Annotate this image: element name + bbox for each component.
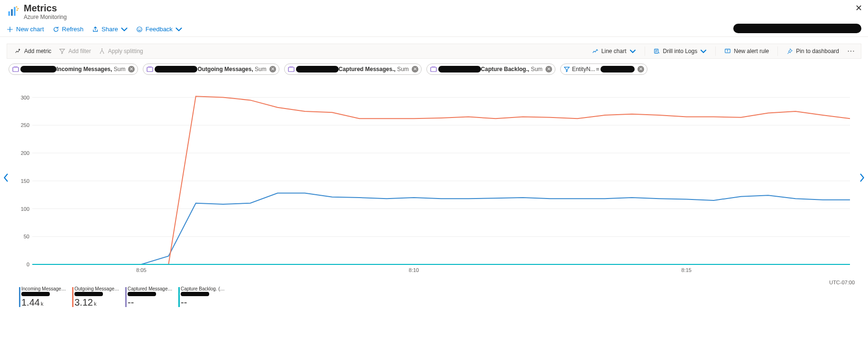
chart-area: 0501001502002503008:058:108:15 UTC-07:00 — [0, 79, 868, 282]
redacted-region — [296, 66, 339, 72]
svg-point-5 — [17, 9, 18, 11]
svg-rect-16 — [147, 67, 153, 72]
legend-series-name: Incoming Messages (Sum) — [21, 286, 67, 291]
new-chart-label: New chart — [16, 26, 44, 33]
svg-text:8:15: 8:15 — [681, 267, 691, 273]
pin-to-dashboard-label: Pin to dashboard — [796, 48, 839, 54]
pin-to-dashboard-button[interactable]: Pin to dashboard — [782, 46, 844, 56]
refresh-button[interactable]: Refresh — [53, 26, 84, 33]
pin-icon — [786, 48, 793, 54]
filter-chip[interactable]: EntityN...=✕ — [560, 63, 647, 75]
filter-equals: = — [596, 66, 600, 72]
plus-icon — [7, 26, 13, 33]
metric-chip[interactable]: Incoming Messages, Sum✕ — [9, 63, 138, 75]
refresh-icon — [53, 26, 59, 33]
remove-chip-button[interactable]: ✕ — [545, 66, 552, 72]
apply-splitting-button[interactable]: Apply splitting — [95, 46, 147, 56]
metric-name: Captured Messages., — [339, 66, 396, 72]
metric-chips: Incoming Messages, Sum✕Outgoing Messages… — [0, 59, 868, 75]
remove-chip-button[interactable]: ✕ — [637, 66, 644, 72]
metrics-icon — [7, 5, 20, 18]
metric-chip[interactable]: Capture Backlog., Sum✕ — [426, 63, 555, 75]
redacted-region — [21, 292, 50, 296]
svg-text:300: 300 — [21, 95, 29, 100]
metric-aggregation: Sum — [529, 66, 543, 72]
split-icon — [99, 48, 105, 54]
legend-item[interactable]: Outgoing Messages (Sum)3.12k — [72, 286, 120, 308]
legend-item[interactable]: Incoming Messages (Sum)1.44k — [19, 286, 67, 308]
metric-aggregation: Sum — [253, 66, 267, 72]
command-bar: New chart Refresh Share Feedback — [0, 23, 868, 37]
new-chart-button[interactable]: New chart — [7, 26, 44, 33]
resource-icon — [146, 65, 154, 73]
metric-chip[interactable]: Outgoing Messages, Sum✕ — [143, 63, 279, 75]
metric-aggregation: Sum — [112, 66, 125, 72]
svg-rect-20 — [431, 67, 436, 72]
svg-point-6 — [137, 27, 142, 32]
smiley-icon — [136, 26, 143, 33]
svg-point-3 — [16, 6, 18, 8]
resource-icon — [430, 65, 437, 73]
metric-name: Capture Backlog., — [481, 66, 529, 72]
chevron-down-icon — [700, 48, 707, 54]
chevron-down-icon — [121, 26, 128, 33]
chart-next-button[interactable] — [857, 171, 867, 187]
metric-name: Incoming Messages, — [56, 66, 112, 72]
svg-point-9 — [100, 53, 101, 54]
apply-splitting-label: Apply splitting — [108, 48, 143, 54]
add-metric-button[interactable]: Add metric — [11, 46, 55, 56]
chart-type-button[interactable]: Line chart — [587, 46, 641, 56]
drill-into-logs-button[interactable]: Drill into Logs — [649, 46, 712, 56]
svg-text:250: 250 — [21, 122, 29, 128]
share-label: Share — [102, 26, 118, 33]
legend-item[interactable]: Captured Messages. (...-- — [125, 286, 174, 308]
add-filter-button[interactable]: Add filter — [55, 46, 94, 56]
legend-series-name: Captured Messages. (... — [128, 286, 174, 291]
share-icon — [92, 26, 99, 33]
chevron-down-icon — [175, 26, 182, 33]
page-title: Metrics — [24, 3, 67, 13]
chart-prev-button[interactable] — [1, 171, 11, 187]
alert-icon — [724, 48, 731, 54]
feedback-button[interactable]: Feedback — [136, 26, 182, 33]
more-menu-button[interactable]: ··· — [846, 48, 857, 54]
legend-series-name: Capture Backlog. (Sum) — [181, 286, 227, 291]
drill-into-logs-label: Drill into Logs — [663, 48, 698, 54]
share-button[interactable]: Share — [92, 26, 128, 33]
refresh-label: Refresh — [62, 26, 84, 33]
new-alert-rule-label: New alert rule — [734, 48, 769, 54]
page-header: Metrics Azure Monitoring ✕ — [0, 0, 868, 23]
remove-chip-button[interactable]: ✕ — [412, 66, 418, 72]
svg-text:150: 150 — [21, 178, 29, 184]
svg-point-4 — [18, 8, 19, 9]
chart-legend: Incoming Messages (Sum)1.44kOutgoing Mes… — [0, 286, 868, 308]
svg-text:8:10: 8:10 — [409, 267, 419, 273]
legend-value: -- — [181, 297, 227, 308]
redacted-region — [128, 292, 156, 296]
redacted-region — [438, 66, 481, 72]
remove-chip-button[interactable]: ✕ — [269, 66, 276, 72]
line-chart-icon — [592, 48, 599, 54]
add-metric-icon — [15, 48, 21, 54]
svg-point-7 — [138, 28, 139, 28]
svg-rect-14 — [13, 67, 18, 72]
new-alert-rule-button[interactable]: New alert rule — [720, 46, 774, 56]
svg-text:100: 100 — [21, 206, 29, 212]
svg-rect-17 — [148, 66, 152, 68]
chart-type-label: Line chart — [601, 48, 627, 54]
close-button[interactable]: ✕ — [855, 4, 862, 12]
chevron-down-icon — [629, 48, 636, 54]
add-metric-label: Add metric — [24, 48, 51, 54]
svg-text:0: 0 — [27, 262, 29, 267]
svg-rect-1 — [11, 9, 13, 16]
chart-svg: 0501001502002503008:058:108:15 — [13, 79, 855, 282]
redacted-region — [74, 292, 103, 296]
svg-text:50: 50 — [24, 234, 29, 239]
legend-item[interactable]: Capture Backlog. (Sum)-- — [178, 286, 227, 308]
legend-series-name: Outgoing Messages (Sum) — [74, 286, 120, 291]
svg-point-8 — [140, 28, 140, 28]
chart-toolbar: Add metric Add filter Apply splitting Li… — [7, 44, 861, 59]
metric-chip[interactable]: Captured Messages., Sum✕ — [284, 63, 422, 75]
remove-chip-button[interactable]: ✕ — [128, 66, 135, 72]
timezone-label: UTC-07:00 — [829, 280, 855, 285]
